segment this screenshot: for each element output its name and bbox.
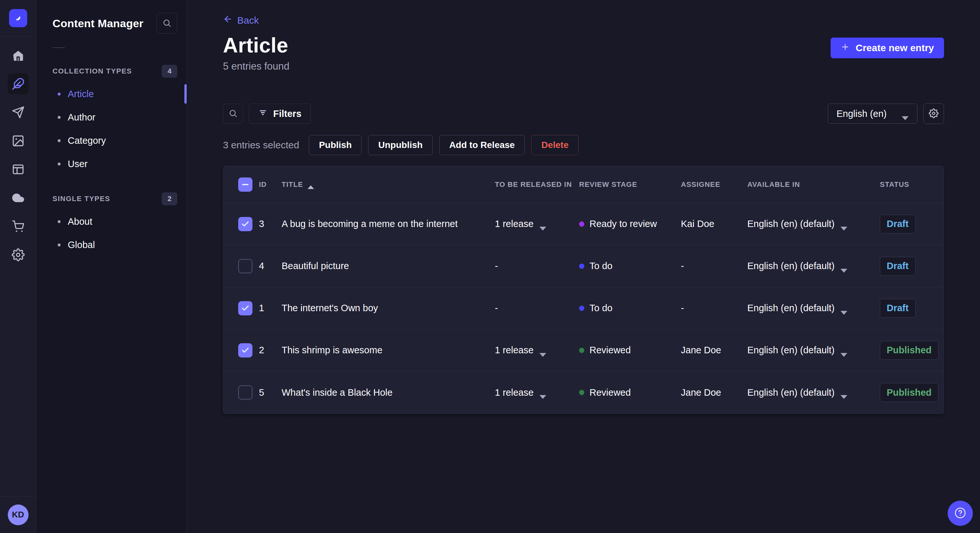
status-badge: Published [880,383,939,402]
bullet-icon [58,139,60,142]
nav-releases-icon[interactable] [4,98,32,127]
strapi-logo[interactable] [9,9,27,27]
nav-home-icon[interactable] [4,41,32,70]
bullet-icon [58,163,60,165]
subnav-search-button[interactable] [156,13,177,34]
nav-settings-icon[interactable] [4,241,32,269]
entries-table: ID Title To be released in Review stage … [223,166,944,414]
review-stage-cell: To do [579,261,681,271]
entry-id: 2 [259,345,282,355]
view-settings-button[interactable] [923,103,944,124]
assignee-cell: Kai Doe [681,219,747,229]
assignee-cell: - [681,261,747,271]
chevron-down-icon [840,264,848,268]
row-checkbox[interactable] [238,217,253,231]
entries-count: 5 entries found [223,60,944,72]
release-cell: - [495,261,579,271]
sidebar-item-category[interactable]: Category [36,129,186,152]
row-checkbox[interactable] [238,259,253,273]
assignee-cell: - [681,303,747,314]
locale-dropdown[interactable]: English (en) (default) [747,261,880,271]
search-entries-button[interactable] [223,104,243,124]
nav-deploy-icon[interactable] [4,184,32,212]
add-to-release-button[interactable]: Add to Release [439,135,525,155]
locale-select[interactable]: English (en) [828,104,918,124]
filters-button[interactable]: Filters [249,104,311,124]
plus-icon [841,43,850,54]
sidebar-item-user[interactable]: User [36,152,186,176]
delete-button[interactable]: Delete [531,135,579,155]
column-header-release: To be released in [495,180,579,189]
table-row[interactable]: 1 The internet's Own boy - To do - Engli… [223,287,944,329]
arrow-left-icon [223,14,233,26]
column-header-review-stage: Review stage [579,180,681,189]
help-button[interactable] [948,501,973,526]
status-badge: Draft [880,215,915,233]
assignee-cell: Jane Doe [681,345,747,355]
table-row[interactable]: 4 Beautiful picture - To do - English (e… [223,245,944,287]
bullet-icon [58,116,60,119]
chevron-down-icon [840,222,848,226]
row-checkbox[interactable] [238,301,253,316]
sidebar-item-author[interactable]: Author [36,106,186,129]
chevron-down-icon [902,112,909,116]
chevron-down-icon [539,348,546,352]
review-stage-cell: To do [579,303,681,314]
selection-count: 3 entries selected [223,140,299,151]
table-row[interactable]: 3 A bug is becoming a meme on the intern… [223,203,944,245]
nav-media-library-icon[interactable] [4,127,32,155]
assignee-cell: Jane Doe [681,387,747,398]
review-stage-cell: Reviewed [579,345,681,355]
user-avatar[interactable]: KD [8,504,29,525]
row-checkbox[interactable] [238,343,253,357]
table-row[interactable]: 5 What's inside a Black Hole 1 release R… [223,371,944,414]
bullet-icon [58,220,60,223]
entry-title: A bug is becoming a meme on the internet [282,219,495,229]
table-row[interactable]: 2 This shrimp is awesome 1 release Revie… [223,329,944,371]
entry-title: What's inside a Black Hole [282,387,495,398]
sidebar-item-global[interactable]: Global [36,233,186,257]
nav-content-icon[interactable] [4,70,32,98]
main-content: Back Article 5 entries found Create new … [187,0,980,533]
select-all-checkbox[interactable] [238,178,253,192]
locale-dropdown[interactable]: English (en) (default) [747,303,880,314]
sidebar-item-about[interactable]: About [36,210,186,233]
chevron-down-icon [840,390,848,394]
locale-dropdown[interactable]: English (en) (default) [747,387,880,398]
entry-id: 4 [259,261,282,271]
bullet-icon [58,93,60,95]
chevron-down-icon [840,348,848,352]
subnav-title: Content Manager [52,17,143,30]
row-checkbox[interactable] [238,385,253,400]
status-badge: Published [880,341,939,360]
create-new-entry-button[interactable]: Create new entry [830,38,944,58]
column-header-id[interactable]: ID [259,180,282,189]
release-cell: - [495,303,579,314]
column-header-title[interactable]: Title [282,180,495,189]
table-header-row: ID Title To be released in Review stage … [223,166,944,203]
status-badge: Draft [880,257,915,276]
release-dropdown[interactable]: 1 release [495,387,579,398]
sort-asc-icon [307,182,314,187]
sidebar-item-article[interactable]: Article [36,82,186,106]
stage-dot-icon [579,348,584,353]
release-dropdown[interactable]: 1 release [495,345,579,355]
stage-dot-icon [579,306,584,311]
section-count-badge: 2 [162,192,177,205]
chevron-down-icon [539,390,546,394]
section-label: Collection Types [52,67,132,75]
chevron-down-icon [539,222,546,226]
unpublish-button[interactable]: Unpublish [368,135,433,155]
locale-dropdown[interactable]: English (en) (default) [747,345,880,355]
locale-dropdown[interactable]: English (en) (default) [747,219,880,229]
stage-dot-icon [579,390,584,395]
back-link[interactable]: Back [223,14,259,26]
nav-content-type-builder-icon[interactable] [4,155,32,184]
nav-marketplace-icon[interactable] [4,212,32,241]
entry-id: 1 [259,303,282,314]
content-manager-subnav: Content Manager Collection Types 4 Artic… [36,0,187,533]
review-stage-cell: Ready to review [579,219,681,229]
publish-button[interactable]: Publish [309,135,362,155]
entry-title: Beautiful picture [282,261,495,271]
release-dropdown[interactable]: 1 release [495,219,579,229]
